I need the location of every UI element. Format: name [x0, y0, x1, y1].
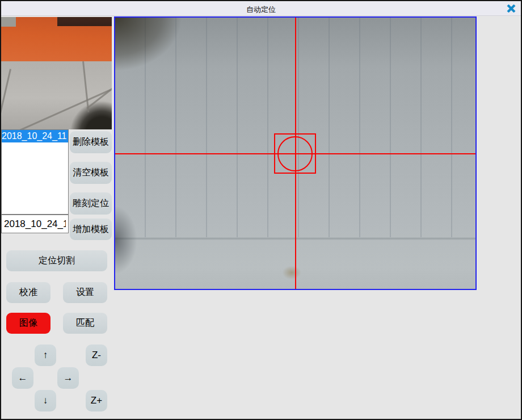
- delete-template-button[interactable]: 删除模板: [70, 131, 112, 153]
- camera-view[interactable]: [114, 16, 477, 290]
- list-item[interactable]: 2018_10_24_11: [2, 130, 68, 142]
- titlebar: 自动定位: [1, 1, 521, 16]
- add-template-button[interactable]: 增加模板: [70, 219, 112, 240]
- jog-left-button[interactable]: ←: [12, 367, 33, 389]
- dialog-title: 自动定位: [1, 5, 521, 15]
- jog-z-minus-button[interactable]: Z-: [86, 345, 107, 366]
- settings-button[interactable]: 设置: [63, 282, 107, 303]
- tile-grout-line: [17, 89, 111, 129]
- jog-up-button[interactable]: ↑: [35, 345, 56, 366]
- close-icon: [507, 5, 516, 12]
- engrave-position-button[interactable]: 雕刻定位: [70, 192, 112, 215]
- clear-templates-button[interactable]: 清空模板: [70, 162, 112, 184]
- tile-grout-line: [82, 61, 89, 112]
- auto-position-dialog: 自动定位 2018_10_24_11 删除模板 清空模板 雕刻定位 增加模板 定…: [0, 0, 522, 420]
- position-cut-button[interactable]: 定位切割: [6, 250, 107, 271]
- template-name-field[interactable]: [1, 215, 69, 233]
- target-circle-overlay: [277, 136, 313, 171]
- jog-down-button[interactable]: ↓: [35, 390, 56, 411]
- calibrate-button[interactable]: 校准: [6, 282, 50, 303]
- tile-grout-line: [86, 83, 112, 109]
- tile-grout-line: [1, 69, 11, 129]
- template-thumbnail: [1, 17, 112, 129]
- match-button[interactable]: 匹配: [63, 313, 107, 334]
- template-list[interactable]: 2018_10_24_11: [1, 129, 69, 215]
- jog-right-button[interactable]: →: [57, 367, 79, 389]
- jog-z-plus-button[interactable]: Z+: [86, 390, 107, 411]
- image-button[interactable]: 图像: [6, 313, 50, 334]
- close-button[interactable]: [506, 3, 517, 14]
